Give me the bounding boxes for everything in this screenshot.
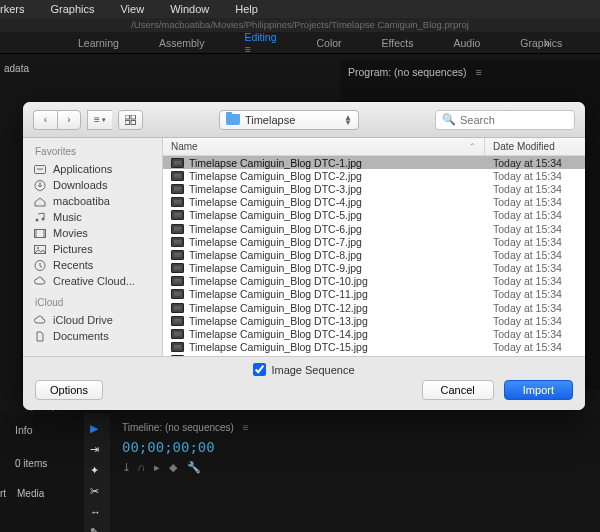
timeline-timecode[interactable]: 00;00;00;00: [122, 439, 588, 455]
settings-icon[interactable]: 🔧: [187, 461, 201, 473]
file-row[interactable]: Timelapse Camiguin_Blog DTC-8.jpgToday a…: [163, 248, 585, 261]
file-name-label: Timelapse Camiguin_Blog DTC-5.jpg: [189, 209, 362, 221]
file-name-label: Timelapse Camiguin_Blog DTC-7.jpg: [189, 236, 362, 248]
file-row[interactable]: Timelapse Camiguin_Blog DTC-15.jpgToday …: [163, 341, 585, 354]
pen-tool-icon[interactable]: ✎: [90, 526, 104, 532]
jpg-file-icon: [171, 342, 184, 352]
file-date-label: Today at 15:34: [485, 341, 585, 353]
nav-back-button[interactable]: ‹: [33, 110, 57, 130]
image-sequence-checkbox[interactable]: [253, 363, 266, 376]
file-name-label: Timelapse Camiguin_Blog DTC-1.jpg: [189, 157, 362, 169]
file-name-label: Timelapse Camiguin_Blog DTC-2.jpg: [189, 170, 362, 182]
menubar-item[interactable]: rkers: [0, 3, 24, 15]
workspace-tab[interactable]: Editing ≡: [244, 31, 276, 55]
import-button[interactable]: Import: [504, 380, 573, 400]
workspace-tab[interactable]: Assembly: [159, 37, 205, 49]
view-mode-grid-button[interactable]: [118, 110, 143, 130]
sort-indicator-icon: ⌃: [469, 142, 476, 151]
file-row[interactable]: Timelapse Camiguin_Blog DTC-2.jpgToday a…: [163, 169, 585, 182]
sidebar-item-label: Applications: [53, 163, 112, 175]
sidebar-item[interactable]: Pictures: [23, 241, 162, 257]
sidebar-item-label: Documents: [53, 330, 109, 342]
menubar-item[interactable]: Help: [235, 3, 258, 15]
media-tab-label[interactable]: Media: [17, 488, 44, 499]
file-name-label: Timelapse Camiguin_Blog DTC-13.jpg: [189, 315, 368, 327]
workspace-overflow-icon[interactable]: »: [544, 37, 550, 49]
sidebar-item[interactable]: Applications: [23, 161, 162, 177]
selection-tool-icon[interactable]: ▶: [90, 422, 104, 435]
file-row[interactable]: Timelapse Camiguin_Blog DTC-14.jpgToday …: [163, 327, 585, 340]
panel-menu-icon[interactable]: ≡: [243, 422, 249, 433]
menubar-item[interactable]: Graphics: [50, 3, 94, 15]
workspace-tab[interactable]: Color: [317, 37, 342, 49]
sidebar-item[interactable]: Creative Cloud...: [23, 273, 162, 289]
file-row[interactable]: Timelapse Camiguin_Blog DTC-4.jpgToday a…: [163, 196, 585, 209]
file-row[interactable]: Timelapse Camiguin_Blog DTC-12.jpgToday …: [163, 301, 585, 314]
search-icon: 🔍: [442, 113, 456, 126]
sidebar-item-label: Movies: [53, 227, 88, 239]
image-sequence-option[interactable]: Image Sequence: [23, 363, 585, 376]
file-name-label: Timelapse Camiguin_Blog DTC-8.jpg: [189, 249, 362, 261]
cancel-button[interactable]: Cancel: [422, 380, 494, 400]
jpg-file-icon: [171, 329, 184, 339]
linked-selection-icon[interactable]: ▸: [154, 461, 160, 473]
file-date-label: Today at 15:34: [485, 236, 585, 248]
file-row[interactable]: Timelapse Camiguin_Blog DTC-13.jpgToday …: [163, 314, 585, 327]
menubar-item[interactable]: View: [120, 3, 144, 15]
sidebar-item-label: Recents: [53, 259, 93, 271]
folder-icon: [226, 114, 240, 125]
sidebar-item[interactable]: iCloud Drive: [23, 312, 162, 328]
file-row[interactable]: Timelapse Camiguin_Blog DTC-7.jpgToday a…: [163, 235, 585, 248]
import-tab-label-prefix: rt: [0, 488, 6, 499]
folder-path-popup[interactable]: Timelapse ▲▼: [219, 110, 359, 130]
ripple-edit-tool-icon[interactable]: ✦: [90, 464, 104, 477]
insert-icon[interactable]: ⤓: [122, 461, 131, 473]
view-mode-list-button[interactable]: ≡ ▾: [87, 110, 112, 130]
file-date-label: Today at 15:34: [485, 262, 585, 274]
razor-tool-icon[interactable]: ✂: [90, 485, 104, 498]
bottom-area: ◀ ▶ Info 0 items rt Media ▶ ⇥ ✦ ✂ ↔ ✎ ✋ …: [0, 414, 600, 532]
file-date-label: Today at 15:34: [485, 157, 585, 169]
search-input[interactable]: [460, 114, 568, 126]
panel-menu-icon[interactable]: ≡: [475, 66, 481, 78]
sidebar-item-label: Music: [53, 211, 82, 223]
sidebar-item[interactable]: macboatiba: [23, 193, 162, 209]
file-date-label: Today at 15:34: [485, 183, 585, 195]
search-field[interactable]: 🔍: [435, 110, 575, 130]
slip-tool-icon[interactable]: ↔: [90, 506, 104, 518]
jpg-file-icon: [171, 158, 184, 168]
snap-icon[interactable]: ∩: [137, 461, 145, 473]
workspace-tab[interactable]: Graphics: [520, 37, 562, 49]
workspace-tab[interactable]: Audio: [454, 37, 481, 49]
options-button[interactable]: Options: [35, 380, 103, 400]
file-name-label: Timelapse Camiguin_Blog DTC-4.jpg: [189, 196, 362, 208]
sidebar-item[interactable]: Recents: [23, 257, 162, 273]
file-row[interactable]: Timelapse Camiguin_Blog DTC-6.jpgToday a…: [163, 222, 585, 235]
column-header-name[interactable]: Name ⌃: [163, 138, 485, 155]
file-row[interactable]: Timelapse Camiguin_Blog DTC-3.jpgToday a…: [163, 182, 585, 195]
file-row[interactable]: Timelapse Camiguin_Blog DTC-9.jpgToday a…: [163, 262, 585, 275]
file-row[interactable]: Timelapse Camiguin_Blog DTC-5.jpgToday a…: [163, 209, 585, 222]
file-row[interactable]: Timelapse Camiguin_Blog DTC-1.jpgToday a…: [163, 156, 585, 169]
file-row[interactable]: Timelapse Camiguin_Blog DTC-10.jpgToday …: [163, 275, 585, 288]
nav-forward-button[interactable]: ›: [57, 110, 81, 130]
sidebar-item[interactable]: Movies: [23, 225, 162, 241]
dialog-footer: Image Sequence Options Cancel Import: [23, 356, 585, 410]
workspace-tab[interactable]: Effects: [382, 37, 414, 49]
sidebar-item[interactable]: Music: [23, 209, 162, 225]
menubar-item[interactable]: Window: [170, 3, 209, 15]
sidebar-item-label: iCloud Drive: [53, 314, 113, 326]
image-sequence-label: Image Sequence: [271, 364, 354, 376]
file-row[interactable]: Timelapse Camiguin_Blog DTC-11.jpgToday …: [163, 288, 585, 301]
tools-panel: ▶ ⇥ ✦ ✂ ↔ ✎ ✋ T: [84, 414, 110, 532]
sidebar-item[interactable]: Documents: [23, 328, 162, 344]
info-panel-label[interactable]: Info: [15, 424, 33, 436]
track-select-tool-icon[interactable]: ⇥: [90, 443, 104, 456]
jpg-file-icon: [171, 184, 184, 194]
jpg-file-icon: [171, 276, 184, 286]
file-list-header: Name ⌃ Date Modified: [163, 138, 585, 156]
workspace-tab[interactable]: Learning: [78, 37, 119, 49]
sidebar-item[interactable]: Downloads: [23, 177, 162, 193]
markers-icon[interactable]: ◆: [169, 461, 177, 473]
column-header-date[interactable]: Date Modified: [485, 138, 585, 155]
